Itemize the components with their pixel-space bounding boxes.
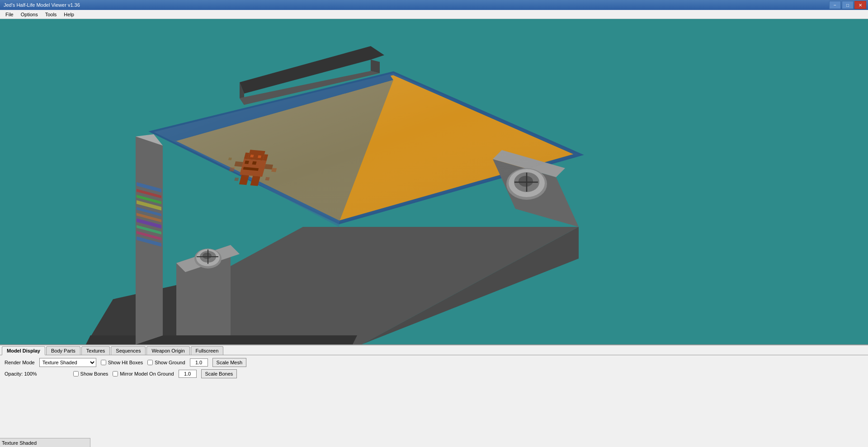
scale-mesh-input[interactable] [190, 358, 208, 367]
tab-textures[interactable]: Textures [81, 346, 110, 355]
show-ground-label: Show Ground [155, 360, 185, 365]
control-row-2: Opacity: 100% Show Bones Mirror Model On… [5, 369, 863, 378]
control-row-1: Render Mode Wireframe Flat Shaded Smooth… [5, 358, 863, 367]
tab-body-parts[interactable]: Body Parts [46, 346, 80, 355]
scale-bones-input[interactable] [179, 370, 197, 378]
menu-tools[interactable]: Tools [42, 11, 61, 18]
svg-marker-48 [371, 60, 380, 73]
status-render-mode: Texture Shaded [2, 440, 37, 446]
svg-marker-4 [86, 335, 357, 344]
render-mode-label: Render Mode [5, 360, 35, 365]
status-bar: Texture Shaded [0, 438, 90, 447]
viewport[interactable] [0, 19, 868, 344]
scale-bones-button[interactable]: Scale Bones [201, 369, 237, 378]
show-hit-boxes-checkbox[interactable] [101, 360, 106, 365]
render-mode-select[interactable]: Wireframe Flat Shaded Smooth Shaded Text… [39, 358, 96, 367]
svg-point-43 [519, 176, 533, 187]
controls-area: Render Mode Wireframe Flat Shaded Smooth… [0, 355, 868, 381]
mirror-model-checkbox[interactable] [113, 371, 118, 376]
scene-svg [0, 19, 868, 344]
tab-weapon-origin[interactable]: Weapon Origin [146, 346, 189, 355]
scale-mesh-button[interactable]: Scale Mesh [212, 358, 246, 367]
mirror-model-label: Mirror Model On Ground [120, 371, 174, 376]
close-button[interactable]: ✕ [854, 1, 866, 9]
menu-bar: File Options Tools Help [0, 10, 868, 19]
show-bones-label: Show Bones [80, 371, 108, 376]
svg-point-35 [203, 253, 212, 259]
opacity-label: Opacity: 100% [5, 371, 37, 376]
show-hit-boxes-label: Show Hit Boxes [108, 360, 143, 365]
show-bones-checkbox[interactable] [73, 371, 79, 376]
minimize-button[interactable]: − [829, 1, 841, 9]
title-bar: Jed's Half-Life Model Viewer v1.36 − □ ✕ [0, 0, 868, 10]
mirror-model-row: Mirror Model On Ground [113, 371, 174, 376]
menu-options[interactable]: Options [17, 11, 42, 18]
window-title: Jed's Half-Life Model Viewer v1.36 [4, 2, 80, 8]
show-ground-row: Show Ground [147, 360, 185, 365]
tabs-row: Model Display Body Parts Textures Sequen… [0, 345, 868, 355]
tab-sequences[interactable]: Sequences [111, 346, 146, 355]
tab-fullscreen[interactable]: Fullscreen [191, 346, 224, 355]
maximize-button[interactable]: □ [842, 1, 854, 9]
menu-help[interactable]: Help [60, 11, 78, 18]
show-bones-row: Show Bones [73, 371, 108, 376]
bottom-panel: Model Display Body Parts Textures Sequen… [0, 344, 868, 447]
show-hit-boxes-row: Show Hit Boxes [101, 360, 143, 365]
menu-file[interactable]: File [2, 11, 17, 18]
tab-model-display[interactable]: Model Display [2, 346, 45, 355]
show-ground-checkbox[interactable] [147, 360, 153, 365]
window-controls: − □ ✕ [829, 1, 866, 9]
